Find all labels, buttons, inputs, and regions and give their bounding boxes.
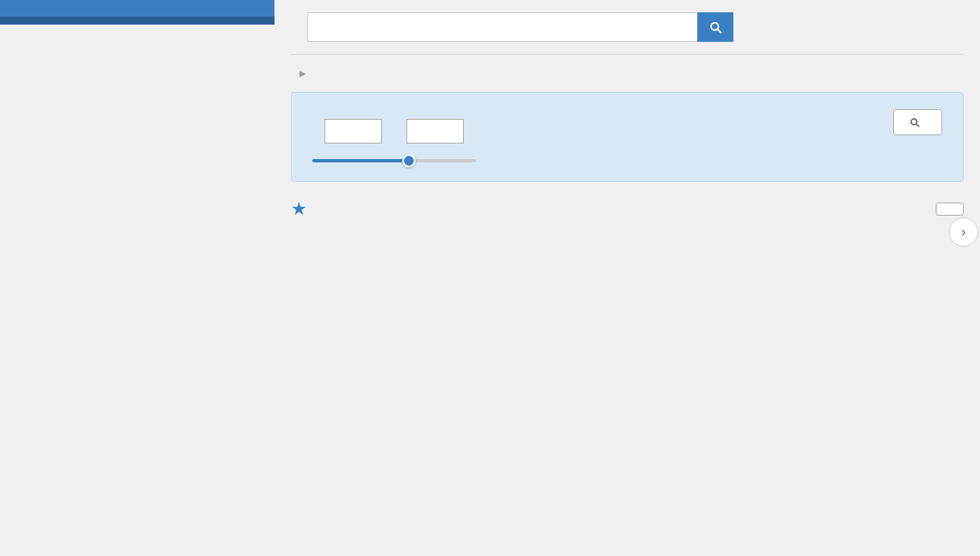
sidebar-submenu bbox=[0, 16, 274, 25]
filter-box bbox=[291, 92, 964, 182]
search-button[interactable] bbox=[697, 12, 733, 42]
hits-view-all-button[interactable] bbox=[936, 203, 964, 216]
header bbox=[291, 12, 964, 55]
filter-from-input[interactable] bbox=[324, 119, 382, 144]
filter-to-input[interactable] bbox=[406, 119, 464, 144]
search-icon bbox=[708, 20, 723, 34]
sidebar-cameras-menu[interactable] bbox=[0, 0, 274, 16]
carousel-next-button[interactable]: › bbox=[949, 217, 978, 247]
search-icon-small bbox=[909, 116, 920, 128]
filter-price-slider[interactable] bbox=[312, 159, 476, 162]
breadcrumb: ► bbox=[291, 67, 964, 80]
hits-header: ★ bbox=[291, 198, 964, 220]
breadcrumb-separator: ► bbox=[297, 67, 308, 80]
sidebar bbox=[0, 0, 274, 556]
hits-star-icon: ★ bbox=[291, 198, 307, 220]
filter-cost-section bbox=[312, 109, 476, 165]
filter-slider-container bbox=[312, 152, 476, 165]
filter-range bbox=[312, 119, 476, 144]
hits-title-group: ★ bbox=[291, 198, 315, 220]
filter-manufacturers bbox=[509, 109, 860, 119]
filter-show-button[interactable] bbox=[893, 109, 942, 135]
filter-actions bbox=[893, 109, 942, 135]
search-bar bbox=[307, 12, 733, 42]
main-content: ► bbox=[274, 0, 980, 556]
search-input[interactable] bbox=[307, 12, 697, 42]
